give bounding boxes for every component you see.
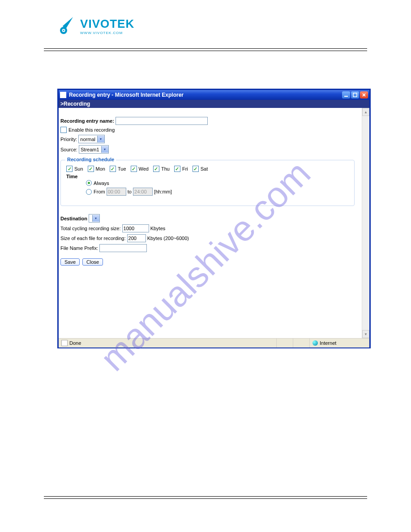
- priority-value: normal: [80, 137, 95, 142]
- entry-name-input[interactable]: [116, 117, 208, 125]
- svg-rect-3: [344, 96, 348, 97]
- minimize-button[interactable]: [342, 91, 350, 99]
- scroll-down-icon[interactable]: ▼: [362, 330, 369, 338]
- time-always-radio[interactable]: [86, 180, 92, 186]
- bottom-divider: [44, 496, 367, 499]
- statusbar: Done Internet: [59, 338, 369, 348]
- close-button[interactable]: [360, 91, 368, 99]
- logo-brand-text: VIVOTEK: [80, 17, 134, 30]
- day-label: Sun: [74, 166, 83, 172]
- enable-label: Enable this recording: [68, 127, 115, 133]
- destination-label: Destination: [60, 216, 87, 221]
- time-from-radio[interactable]: [86, 189, 92, 195]
- day-tue-checkbox[interactable]: [110, 166, 116, 172]
- day-wed-checkbox[interactable]: [131, 166, 137, 172]
- schedule-fieldset: Recording schedule Sun Mon Tue Wed Thu F…: [60, 160, 355, 206]
- enable-checkbox[interactable]: [60, 127, 67, 133]
- status-zone: Internet: [320, 340, 336, 346]
- logo-mark: [57, 16, 77, 37]
- svg-rect-4: [353, 93, 357, 97]
- from-label: From: [94, 189, 105, 194]
- day-label: Sat: [201, 166, 208, 172]
- ie-window: Recording entry - Microsoft Internet Exp…: [57, 89, 371, 348]
- window-title: Recording entry - Microsoft Internet Exp…: [69, 92, 341, 98]
- titlebar: Recording entry - Microsoft Internet Exp…: [59, 90, 369, 100]
- close-form-button[interactable]: Close: [82, 258, 103, 266]
- ie-page-icon: [60, 92, 66, 98]
- scroll-up-icon[interactable]: ▲: [362, 108, 369, 116]
- day-fri-checkbox[interactable]: [174, 166, 180, 172]
- schedule-legend: Recording schedule: [65, 157, 116, 162]
- prefix-label: File Name Prefix:: [60, 245, 98, 251]
- logo-url-text: WWW.VIVOTEK.COM: [80, 31, 123, 35]
- prefix-input[interactable]: [99, 244, 147, 252]
- chevron-down-icon: ▾: [101, 146, 108, 153]
- internet-zone-icon: [313, 340, 318, 346]
- day-sat-checkbox[interactable]: [193, 166, 199, 172]
- day-label: Tue: [118, 166, 126, 172]
- page-icon: [61, 340, 68, 346]
- day-label: Fri: [182, 166, 188, 172]
- save-button[interactable]: Save: [60, 258, 80, 266]
- day-mon-checkbox[interactable]: [88, 166, 94, 172]
- time-hint: [hh:mm]: [154, 189, 172, 194]
- total-size-unit: Kbytes: [150, 226, 166, 231]
- to-time-input[interactable]: [133, 188, 153, 196]
- day-label: Wed: [139, 166, 149, 172]
- status-done: Done: [69, 340, 81, 346]
- each-size-unit: Kbytes (200~6000): [147, 236, 189, 241]
- priority-select[interactable]: normal ▾: [78, 135, 105, 143]
- always-label: Always: [94, 180, 109, 186]
- source-label: Source:: [60, 147, 77, 152]
- each-size-label: Size of each file for recording:: [60, 236, 126, 241]
- day-thu-checkbox[interactable]: [153, 166, 159, 172]
- to-label: to: [128, 189, 132, 194]
- each-size-input[interactable]: [127, 234, 146, 242]
- source-select[interactable]: Stream1 ▾: [79, 145, 109, 154]
- day-sun-checkbox[interactable]: [66, 166, 73, 172]
- from-time-input[interactable]: [107, 188, 126, 196]
- chevron-down-icon: ▾: [97, 136, 104, 142]
- time-heading: Time: [66, 174, 349, 179]
- total-size-label: Total cycling recording size:: [60, 226, 121, 231]
- entry-name-label: Recording entry name:: [60, 118, 114, 124]
- maximize-button[interactable]: [351, 91, 359, 99]
- page-subheader: >Recording: [59, 100, 369, 108]
- destination-select[interactable]: ▾: [89, 214, 100, 223]
- total-size-input[interactable]: [122, 224, 149, 232]
- vertical-scrollbar[interactable]: ▲ ▼: [362, 108, 369, 338]
- top-divider: [44, 48, 367, 51]
- chevron-down-icon: ▾: [92, 215, 99, 222]
- priority-label: Priority:: [60, 137, 77, 142]
- brand-logo: VIVOTEK WWW.VIVOTEK.COM: [57, 16, 134, 37]
- svg-point-2: [63, 30, 64, 31]
- day-label: Thu: [161, 166, 170, 172]
- source-value: Stream1: [81, 147, 99, 152]
- day-label: Mon: [96, 166, 105, 172]
